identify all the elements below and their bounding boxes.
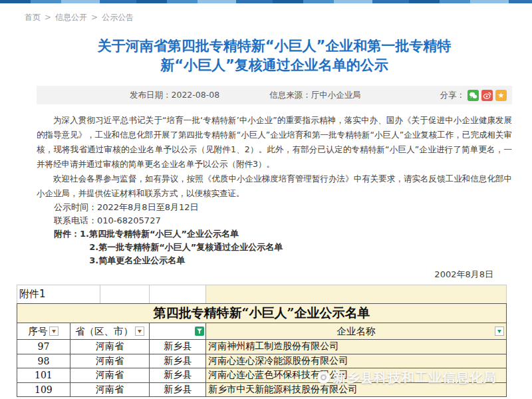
breadcrumb: 首页>信息公开>公示公告 — [25, 12, 532, 23]
cell-county: 新乡县 — [150, 368, 206, 382]
breadcrumb-notice-link[interactable]: 公示公告 — [102, 13, 134, 22]
breadcrumb-home-link[interactable]: 首页 — [25, 13, 41, 22]
page-title-line1: 关于河南省第四批专精特新“小巨人”企业和第一批专精特 — [37, 37, 512, 56]
header-company-label: 企业名称 — [337, 325, 376, 338]
chevron-down-icon — [497, 330, 501, 333]
header-county — [150, 323, 206, 339]
article-body: 关于河南省第四批专精特新“小巨人”企业和第一批专精特 新“小巨人”复核通过企业名… — [37, 23, 512, 305]
header-seq: 序号 — [17, 323, 70, 339]
paragraph-1: 为深入贯彻习近平总书记关于“培育一批‘专精特新’中小企业”的重要指示精神，落实中… — [37, 113, 512, 172]
share-bar: 分享： ★ — [440, 90, 507, 101]
cell-seq: 109 — [17, 383, 70, 397]
chevron-down-icon — [138, 330, 142, 333]
header-company: 企业名称 — [206, 323, 506, 339]
attachment-label-cell: 附件1 — [17, 285, 100, 303]
weibo-icon — [483, 91, 491, 100]
attachment-line-2: 2.第一批专精特新“小巨人”复核通过企业公示名单 — [37, 241, 512, 254]
share-wechat-icon[interactable] — [467, 90, 479, 101]
breadcrumb-separator: > — [45, 13, 51, 22]
info-source: 信息来源：厅中小企业局 — [269, 90, 361, 101]
site-top-nav-bar — [0, 0, 532, 3]
cell-province: 河南省 — [70, 368, 150, 382]
sheet-title: 第四批专精特新“小巨人”企业公示名单 — [17, 303, 507, 323]
table-row: 101河南省新乡县河南心连心蓝色环保科技有限公司 — [17, 368, 507, 383]
header-seq-label: 序号 — [28, 325, 47, 338]
cell-county: 新乡县 — [150, 383, 206, 397]
empty-yellow-cell — [206, 285, 506, 303]
cell-province: 河南省 — [70, 383, 150, 397]
share-label: 分享： — [440, 90, 466, 101]
cell-seq: 101 — [17, 368, 70, 382]
empty-cell — [100, 285, 150, 303]
table-row: 109河南省新乡县新乡市中天新能源科技股份有限公司 — [17, 383, 507, 398]
contact-phone-line: 联系电话：010-68205727 — [37, 214, 512, 227]
breadcrumb-separator: > — [91, 13, 98, 22]
table-row: 98河南省新乡县河南心连心深冷能源股份有限公司 — [17, 354, 507, 369]
page-title: 关于河南省第四批专精特新“小巨人”企业和第一批专精特 新“小巨人”复核通过企业名… — [37, 37, 512, 75]
province-filter-dropdown[interactable] — [135, 327, 144, 336]
article-meta-bar: 发布日期：2022-08-08 信息来源：厅中小企业局 分享： ★ — [37, 86, 512, 104]
cell-province: 河南省 — [70, 340, 150, 354]
cell-county: 新乡县 — [150, 354, 206, 368]
cell-seq: 97 — [17, 340, 70, 354]
cell-company: 河南心连心深冷能源股份有限公司 — [206, 354, 506, 368]
cell-county: 新乡县 — [150, 340, 206, 354]
sheet-header-row: 序号 省（区、市） 企业名称 — [17, 323, 507, 340]
share-weibo-icon[interactable] — [481, 90, 493, 101]
cell-company: 河南心连心蓝色环保科技有限公司 — [206, 368, 506, 382]
breadcrumb-info-link[interactable]: 信息公开 — [55, 13, 87, 22]
table-row: 97河南省新乡县河南神州精工制造股份有限公司 — [17, 340, 507, 354]
share-favorite-icon[interactable]: ★ — [495, 90, 507, 101]
cell-company: 新乡市中天新能源科技股份有限公司 — [206, 383, 506, 397]
chevron-down-icon — [52, 330, 56, 333]
attachment-sheet: 附件1 第四批专精特新“小巨人”企业公示名单 序号 省（区、市） 企业名称 97 — [17, 285, 507, 397]
paragraph-2: 欢迎社会各界参与监督，如有异议，按照《优质中小企业梯度培育管理暂行办法》中有关要… — [37, 172, 512, 201]
wechat-icon — [469, 91, 477, 100]
company-filter-dropdown[interactable] — [495, 327, 504, 336]
attachment-line-3: 3.简单更名企业公示名单 — [37, 254, 512, 267]
funnel-icon — [196, 328, 203, 334]
public-time-line: 公示时间：2022年8月8日至8月12日 — [37, 201, 512, 214]
empty-cell — [150, 285, 206, 303]
page-title-line2: 新“小巨人”复核通过企业名单的公示 — [37, 56, 512, 75]
cell-province: 河南省 — [70, 354, 150, 368]
publish-date: 发布日期：2022-08-08 — [130, 90, 219, 101]
cell-seq: 98 — [17, 354, 70, 368]
header-province: 省（区、市） — [70, 323, 150, 339]
attachment-line-1: 附件：1.第四批专精特新“小巨人”企业公示名单 — [37, 227, 512, 241]
sign-date: 2002年8月8日 — [37, 269, 512, 281]
cell-company: 河南神州精工制造股份有限公司 — [206, 340, 506, 354]
header-province-label: 省（区、市） — [75, 325, 133, 338]
sheet-corner-row: 附件1 — [17, 285, 507, 303]
seq-filter-dropdown[interactable] — [49, 327, 59, 336]
county-filter-active-button[interactable] — [195, 327, 204, 336]
sheet-rows: 97河南省新乡县河南神州精工制造股份有限公司98河南省新乡县河南心连心深冷能源股… — [17, 340, 507, 397]
